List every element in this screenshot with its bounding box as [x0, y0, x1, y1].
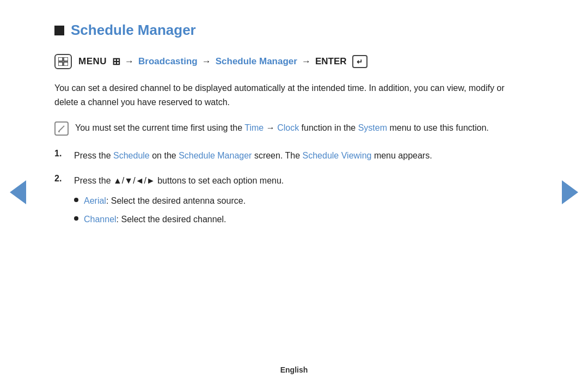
step1-text-mid: on the	[150, 151, 179, 160]
svg-rect-1	[64, 57, 68, 61]
title-square-icon	[54, 26, 64, 35]
svg-rect-0	[58, 57, 63, 61]
menu-label: MENU	[78, 56, 107, 67]
svg-line-5	[63, 126, 64, 127]
page-title: Schedule Manager	[71, 22, 196, 39]
step1-text-after: menu appears.	[371, 151, 432, 160]
channel-link: Channel	[84, 215, 117, 224]
sub-item-aerial: Aerial: Select the desired antenna sourc…	[74, 194, 284, 208]
sub-list: Aerial: Select the desired antenna sourc…	[74, 194, 284, 227]
step1-schedule-viewing-link: Schedule Viewing	[303, 151, 372, 160]
menu-icon	[54, 54, 72, 69]
step-1-number: 1.	[54, 149, 65, 159]
title-row: Schedule Manager	[54, 22, 534, 39]
svg-rect-2	[58, 62, 63, 66]
step-2-text: Press the ▲/▼/◄/► buttons to set each op…	[74, 174, 284, 231]
aerial-link: Aerial	[84, 196, 106, 205]
svg-line-4	[59, 127, 63, 131]
step1-text-mid2: screen. The	[252, 151, 302, 160]
enter-icon: ↵	[352, 55, 367, 68]
note-time-link: Time	[244, 123, 264, 132]
note-text-mid: function in the	[299, 123, 358, 132]
bullet-dot-2	[74, 216, 78, 221]
svg-rect-3	[64, 62, 68, 66]
arrow-2: →	[202, 56, 211, 67]
bullet-dot-1	[74, 198, 78, 202]
note-text-before: You must set the current time first usin…	[75, 123, 244, 132]
sub-item-channel-text: Channel: Select the desired channel.	[84, 212, 226, 227]
note-text: You must set the current time first usin…	[75, 121, 489, 135]
step1-text-before: Press the	[74, 151, 113, 160]
arrow-1: →	[125, 56, 134, 67]
note-arrow: →	[264, 123, 277, 132]
breadcrumb: MENU ⊞ → Broadcasting → Schedule Manager…	[54, 54, 534, 69]
channel-desc: : Select the desired channel.	[117, 215, 226, 224]
note-clock-link: Clock	[277, 123, 299, 132]
note-icon	[54, 121, 69, 136]
breadcrumb-schedule-manager: Schedule Manager	[216, 56, 297, 67]
nav-arrow-left[interactable]	[10, 180, 26, 204]
sub-item-aerial-text: Aerial: Select the desired antenna sourc…	[84, 194, 246, 208]
arrow-3: →	[302, 56, 311, 67]
step2-main-text: Press the ▲/▼/◄/► buttons to set each op…	[74, 176, 284, 185]
step1-schedule-manager-link: Schedule Manager	[179, 151, 252, 160]
steps-list: 1. Press the Schedule on the Schedule Ma…	[54, 149, 534, 231]
menu-grid-icon: ⊞	[112, 56, 120, 68]
main-content: Schedule Manager MENU ⊞ → Broadcasting →…	[0, 0, 588, 264]
sub-item-channel: Channel: Select the desired channel.	[74, 212, 284, 227]
footer-language: English	[280, 365, 308, 374]
enter-label: ENTER	[315, 56, 347, 67]
note-system-link: System	[358, 123, 387, 132]
nav-arrow-right[interactable]	[562, 180, 578, 204]
step-1: 1. Press the Schedule on the Schedule Ma…	[54, 149, 534, 163]
breadcrumb-broadcasting: Broadcasting	[138, 56, 198, 67]
note-text-after: menu to use this function.	[387, 123, 489, 132]
step1-schedule-link: Schedule	[113, 151, 150, 160]
note-row: You must set the current time first usin…	[54, 121, 523, 136]
step-2-number: 2.	[54, 174, 65, 184]
aerial-desc: : Select the desired antenna source.	[106, 196, 246, 205]
step-1-text: Press the Schedule on the Schedule Manag…	[74, 149, 432, 163]
description-text: You can set a desired channel to be disp…	[54, 81, 523, 110]
step-2: 2. Press the ▲/▼/◄/► buttons to set each…	[54, 174, 534, 231]
